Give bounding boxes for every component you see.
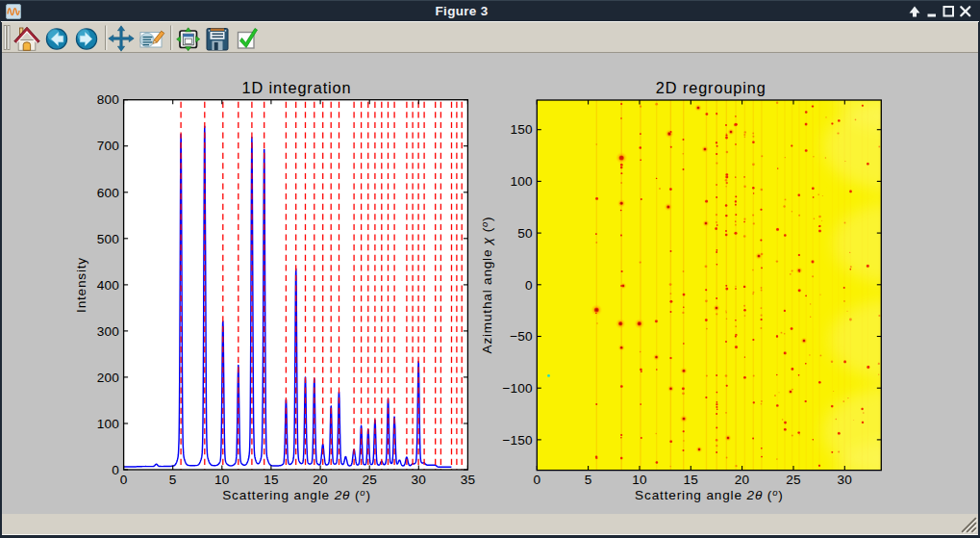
svg-text:20: 20	[313, 473, 328, 487]
svg-text:5: 5	[585, 473, 592, 487]
svg-text:800: 800	[97, 92, 120, 107]
svg-text:30: 30	[412, 473, 427, 487]
svg-text:600: 600	[97, 186, 120, 200]
svg-text:10: 10	[632, 473, 647, 487]
svg-text:0: 0	[120, 473, 128, 487]
svg-text:Azimuthal angle χ (o): Azimuthal angle χ (o)	[479, 217, 494, 354]
svg-text:20: 20	[735, 473, 750, 487]
svg-text:35: 35	[461, 473, 476, 487]
svg-text:700: 700	[97, 139, 120, 153]
svg-text:−100: −100	[502, 381, 533, 396]
svg-text:0: 0	[533, 473, 540, 487]
svg-text:−150: −150	[502, 433, 533, 448]
svg-text:Intensity: Intensity	[74, 257, 88, 313]
svg-text:1D integration: 1D integration	[242, 79, 352, 96]
svg-text:5: 5	[169, 473, 177, 487]
svg-text:300: 300	[97, 324, 120, 339]
svg-text:200: 200	[97, 371, 120, 385]
svg-text:−50: −50	[510, 329, 533, 344]
svg-text:30: 30	[838, 473, 853, 487]
svg-text:25: 25	[362, 473, 377, 487]
svg-text:Scattering angle 2θ (o): Scattering angle 2θ (o)	[222, 487, 371, 502]
svg-text:15: 15	[264, 473, 279, 487]
svg-text:15: 15	[684, 473, 699, 487]
svg-text:10: 10	[214, 473, 230, 487]
svg-text:500: 500	[97, 232, 120, 246]
svg-text:400: 400	[97, 278, 120, 293]
svg-text:50: 50	[517, 226, 533, 241]
svg-text:2D regrouping: 2D regrouping	[656, 79, 766, 96]
svg-text:100: 100	[97, 417, 120, 431]
svg-text:25: 25	[786, 473, 801, 487]
svg-text:Scattering angle 2θ (o): Scattering angle 2θ (o)	[635, 487, 784, 502]
svg-text:0: 0	[112, 463, 119, 477]
svg-text:100: 100	[511, 174, 534, 189]
svg-text:0: 0	[525, 278, 533, 293]
svg-text:150: 150	[511, 122, 534, 137]
